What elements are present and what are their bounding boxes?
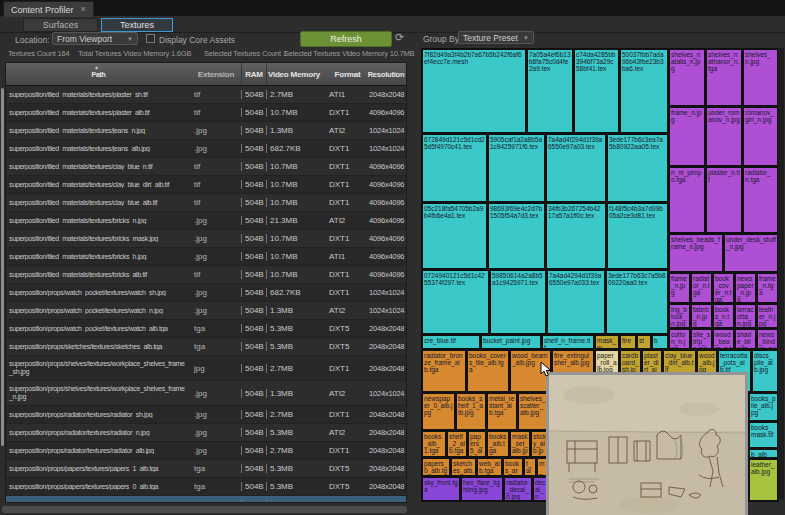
treemap-cell[interactable]: sketches_alb.tga bbox=[451, 458, 476, 476]
table-row[interactable]: superposition/props/watch_pocket/texture… bbox=[6, 284, 406, 302]
tab-textures[interactable]: Textures bbox=[101, 18, 173, 32]
treemap-cell[interactable]: romanov_girl_n.jpg bbox=[743, 107, 778, 166]
treemap-cell[interactable]: shelf_2_alb.tga bbox=[447, 431, 467, 457]
treemap-cell[interactable]: shelves_scatter_alb.jpg bbox=[518, 393, 548, 430]
treemap-cell[interactable]: 34fb3b267254b4217a57a1ff0c.tex bbox=[546, 203, 606, 269]
treemap-cell[interactable]: papers_0_alb.tga bbox=[422, 458, 450, 476]
treemap-cell[interactable]: terracotta_n.jpg bbox=[735, 304, 756, 328]
treemap-cell[interactable]: metal_restant_alb.tga bbox=[487, 393, 517, 430]
treemap-cell[interactable]: radiator_decal_n.jpg bbox=[504, 477, 532, 501]
treemap-cell[interactable]: 672849d121c5d1cd25d5f4970c41.tex bbox=[422, 134, 487, 202]
treemap-cell[interactable]: leather_n.jpg bbox=[757, 304, 778, 328]
table-row[interactable]: superposition/props/radiator/textures/ra… bbox=[6, 424, 406, 442]
treemap-cell[interactable]: books_n.tga bbox=[713, 304, 734, 328]
treemap-cell[interactable]: site_strip_n.jpg bbox=[691, 329, 712, 349]
column-header-resolution[interactable]: Resolution bbox=[366, 63, 406, 85]
treemap-cell[interactable]: leather_alb.jpg bbox=[749, 459, 778, 501]
treemap-cell[interactable]: shelves_beads_frame_n.jpg bbox=[669, 234, 723, 272]
treemap-cell[interactable]: discs_pile_alb.jpg bbox=[752, 350, 778, 392]
treemap-cell[interactable]: papers_5_alb.tga bbox=[468, 431, 486, 457]
table-row[interactable]: superposition/tiled_materials/textures/p… bbox=[6, 104, 406, 122]
treemap-cell[interactable]: b_alb bbox=[749, 449, 778, 458]
treemap-cell[interactable]: ing_block_n.jpg bbox=[669, 304, 690, 328]
column-header-format[interactable]: Format bbox=[321, 63, 366, 85]
treemap-cell[interactable]: web_alb.tga bbox=[477, 458, 502, 476]
table-row[interactable]: superposition/tiled_materials/textures/c… bbox=[6, 176, 406, 194]
table-row[interactable]: superposition/props/watch_pocket/texture… bbox=[6, 320, 406, 338]
table-row[interactable]: superposition/tiled_materials/textures/j… bbox=[6, 140, 406, 158]
treemap-cell[interactable]: 59850614a2a8b5a1c9425971.tex bbox=[490, 270, 546, 334]
treemap-cell[interactable]: 05c218fa54705b2a9b4fb6e4a1.tex bbox=[422, 203, 487, 269]
treemap-cell[interactable]: st bbox=[637, 335, 651, 349]
treemap-cell[interactable]: wood_beam_n.tga bbox=[713, 329, 734, 349]
treemap-cell[interactable]: radiator_bronze_frame_alb.tga bbox=[422, 350, 466, 392]
treemap-scroll-area[interactable] bbox=[778, 48, 784, 500]
treemap-cell[interactable]: newspaper_n.jpg bbox=[735, 273, 756, 303]
treemap-cell[interactable]: n_m_pimpo.tga bbox=[669, 167, 705, 233]
table-row[interactable]: superposition/tiled_materials/textures/b… bbox=[6, 266, 406, 284]
table-row[interactable]: superposition/props/shelves/textures/wor… bbox=[6, 356, 406, 381]
treemap-cell[interactable]: fabric_n.jpg bbox=[691, 304, 712, 328]
treemap-cell[interactable]: c74da4285bb3946f73a29c58bf41.tex bbox=[574, 49, 619, 133]
table-vertical-scrollbar[interactable] bbox=[1, 88, 4, 446]
treemap-cell[interactable]: 7a05a4ef6b13b8fa75c0d4fe2a9.tex bbox=[527, 49, 573, 133]
treemap-cell[interactable]: books_covers_tile_alb.tga bbox=[467, 350, 509, 392]
treemap-cell[interactable]: under_desk_stuff_n.jpg bbox=[724, 234, 778, 272]
close-icon[interactable]: × bbox=[81, 5, 86, 14]
table-row[interactable]: superposition/props/shelves/textures/wor… bbox=[6, 381, 406, 406]
column-header-ram[interactable]: RAM bbox=[241, 63, 266, 85]
table-row[interactable]: superposition/tiled_materials/textures/c… bbox=[6, 158, 406, 176]
column-header-path[interactable]: Path bbox=[6, 63, 191, 85]
treemap-cell[interactable]: 0724940121c5d1c4255374f297.tex bbox=[422, 270, 489, 334]
table-row[interactable]: superposition/tiled_materials/textures/j… bbox=[6, 122, 406, 140]
treemap-cell[interactable]: books_shelf_1_alb.jpg bbox=[456, 393, 486, 430]
treemap-cell[interactable]: flame_n.jpg bbox=[669, 273, 690, 303]
table-horizontal-scrollbar[interactable] bbox=[2, 506, 407, 513]
display-core-assets-checkbox[interactable] bbox=[146, 34, 155, 43]
treemap-cell[interactable]: frame_n.jpg bbox=[669, 107, 705, 166]
table-row[interactable]: superposition/tiled_materials/textures/b… bbox=[6, 248, 406, 266]
treemap-cell[interactable]: 7a4ad4f294d1f39a6550e97a03.tex bbox=[546, 134, 606, 202]
treemap-cell[interactable]: 50037fbb7ada96b43fbe23b3ba6.tex bbox=[620, 49, 668, 133]
treemap-cell[interactable]: books_art.tga bbox=[503, 458, 523, 476]
refresh-button[interactable]: Refresh bbox=[300, 31, 392, 47]
table-row[interactable]: superposition/props/papers/textures/pape… bbox=[6, 460, 406, 478]
location-dropdown[interactable]: From Viewport ▼ bbox=[52, 32, 138, 45]
treemap-cell[interactable]: news_binder_n.jpg bbox=[757, 329, 778, 349]
treemap-cell[interactable]: shelves_natalis_n.jpg bbox=[669, 49, 705, 106]
history-icon[interactable]: ⟳ bbox=[395, 31, 404, 43]
treemap-cell[interactable]: f148f5c4b3a7d99b05a2ce3d81.tex bbox=[607, 203, 668, 269]
treemap-cell[interactable]: 3ede177b6c3ea7a5b80922aa05.tex bbox=[607, 134, 668, 202]
table-row[interactable]: superposition/tiled_materials/textures/b… bbox=[6, 230, 406, 248]
table-row[interactable]: superposition/props/radiator/textures/ra… bbox=[6, 442, 406, 460]
table-row[interactable]: superposition/props/sketches/textures/sk… bbox=[6, 338, 406, 356]
table-row[interactable]: superposition/props/paper_roll/textures/… bbox=[6, 496, 406, 503]
treemap-cell[interactable]: cre_blue.tif bbox=[422, 335, 480, 349]
treemap-cell[interactable]: mask_set_alb.jpg bbox=[510, 431, 530, 457]
group-by-dropdown[interactable]: Texture Preset ▼ bbox=[458, 31, 534, 44]
treemap-cell[interactable]: books_alb.tga bbox=[487, 431, 509, 457]
treemap-cell[interactable]: book_cover_n.tga bbox=[713, 273, 734, 303]
treemap-cell[interactable]: bucket_paint.jpg bbox=[481, 335, 541, 349]
tab-surfaces[interactable]: Surfaces bbox=[23, 18, 98, 32]
treemap-cell[interactable]: 7a4ad4294d1f39a6550e97a033.tex bbox=[547, 270, 605, 334]
treemap-cell[interactable]: radiator_n.tga bbox=[743, 167, 778, 233]
treemap-cell[interactable]: hex_flare_lighting.jpg bbox=[461, 477, 503, 501]
treemap-cell[interactable]: t_alb bbox=[524, 458, 536, 476]
treemap-cell[interactable]: 7f82d49a3f4b2b7a67b5b242f6af6ef4ecc7e.me… bbox=[422, 49, 526, 133]
window-tab-content-profiler[interactable]: Content Profiler × bbox=[3, 1, 94, 17]
table-row[interactable]: superposition/tiled_materials/textures/b… bbox=[6, 212, 406, 230]
treemap-cell[interactable]: 3ede177b63c7a5b809220aa0.tex bbox=[606, 270, 668, 334]
treemap-cell[interactable]: shelves_n.jpg bbox=[743, 49, 778, 106]
treemap-cell[interactable]: books_pile_alb.jpg bbox=[749, 393, 778, 421]
table-row[interactable]: superposition/props/radiator/textures/ra… bbox=[6, 406, 406, 424]
treemap-cell[interactable]: shelf_n_frame.tif bbox=[542, 335, 594, 349]
treemap-cell[interactable]: frame_n.tga bbox=[757, 273, 778, 303]
treemap-cell[interactable]: sky_front.tga bbox=[422, 477, 460, 501]
treemap-cell[interactable]: fire bbox=[620, 335, 636, 349]
treemap-cell[interactable]: mask_w bbox=[595, 335, 619, 349]
treemap-cell[interactable]: books_alb_1.tga bbox=[422, 431, 446, 457]
treemap-cell[interactable]: 5905caf1a2a8b5a1c9425971f6.tex bbox=[488, 134, 545, 202]
treemap-cell[interactable]: b bbox=[652, 335, 668, 349]
table-row[interactable]: superposition/props/watch_pocket/texture… bbox=[6, 302, 406, 320]
